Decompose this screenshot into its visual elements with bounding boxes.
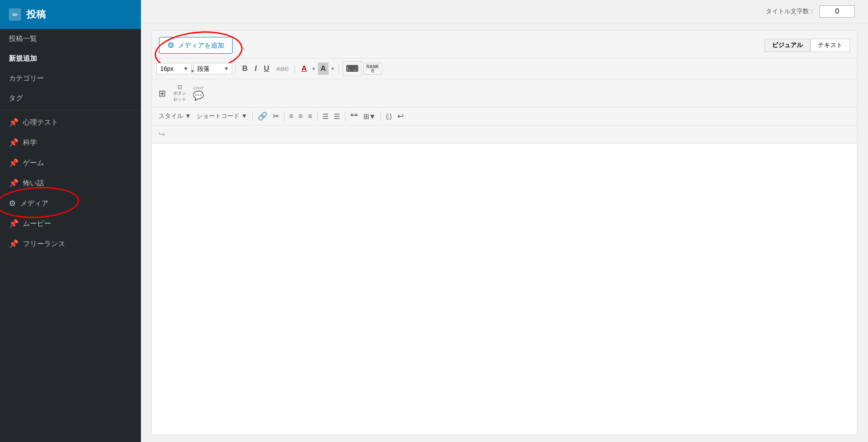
- sidebar-item-label: ゲーム: [23, 158, 44, 168]
- chat-button[interactable]: CHAT 💬: [191, 85, 206, 102]
- sidebar-item-tag[interactable]: タグ: [0, 88, 141, 108]
- rank-icon-button[interactable]: RANK ☰: [363, 63, 382, 75]
- code-button[interactable]: {;}: [384, 111, 394, 122]
- add-media-label: メディアを追加: [178, 41, 224, 50]
- bold-button[interactable]: B: [240, 63, 250, 75]
- redo-button[interactable]: ↪: [156, 128, 167, 141]
- sidebar-item-category[interactable]: カテゴリー: [0, 69, 141, 88]
- toolbar-separator: [380, 111, 381, 121]
- rank-label: RANK: [366, 65, 379, 69]
- text-tab-button[interactable]: テキスト: [810, 39, 850, 52]
- sidebar-item-science[interactable]: 📌 科学: [0, 133, 141, 153]
- title-char-count: 0: [820, 5, 855, 18]
- sidebar-item-label: 怖い話: [23, 179, 44, 188]
- sidebar-item-game[interactable]: 📌 ゲーム: [0, 153, 141, 173]
- toolbar-row1: 16px 8px10px12px14px 18px20px24px28px 36…: [152, 59, 857, 79]
- toolbar-row4: ↪: [152, 125, 857, 144]
- link-button[interactable]: 🔗: [255, 110, 270, 123]
- chat-bubble-icon: 💬: [193, 90, 204, 101]
- toolbar-separator: [252, 111, 253, 121]
- align-center-button[interactable]: ≡: [296, 110, 305, 122]
- style-dropdown-button[interactable]: スタイル ▼: [156, 110, 193, 122]
- visual-tab-button[interactable]: ビジュアル: [765, 39, 810, 52]
- toolbar-separator: [345, 111, 345, 121]
- toolbar-separator: [295, 64, 295, 74]
- editor-area: ⚙ メディアを追加 ビジュアル テキスト 16px 8px10px12px14p…: [151, 30, 857, 435]
- button-icon: ⊡: [177, 84, 182, 90]
- sidebar-item-movie[interactable]: 📌 ムービー: [0, 214, 141, 234]
- chat-label: CHAT: [193, 86, 204, 90]
- format-select[interactable]: 段落 見出し1見出し2見出し3 見出し4見出し5見出し6: [193, 63, 232, 74]
- sidebar-item-label: タグ: [9, 94, 23, 103]
- sidebar-item-psych-test[interactable]: 📌 心理テスト: [0, 112, 141, 133]
- pin-icon: 📌: [9, 118, 18, 127]
- media-settings-icon: ⚙: [9, 199, 16, 208]
- sidebar-item-new-post[interactable]: 新規追加: [0, 49, 141, 69]
- toolbar-separator: [236, 64, 236, 74]
- toolbar-separator: [339, 64, 339, 74]
- toolbar-separator: [317, 111, 318, 121]
- toolbar-row2: ⊞ ⊡ ボタンセット CHAT 💬: [152, 79, 857, 107]
- sidebar-item-label: 新規追加: [9, 54, 37, 63]
- button-set-label: ボタンセット: [173, 90, 186, 103]
- sidebar: ✏ 投稿 投稿一覧 新規追加 カテゴリー タグ 📌 心理テスト 📌 科学 📌 ゲ…: [0, 0, 141, 442]
- sidebar-item-label: カテゴリー: [9, 74, 44, 83]
- media-camera-icon: ⚙: [167, 41, 174, 50]
- blockquote-button[interactable]: ❝❝: [348, 110, 360, 122]
- pin-icon: 📌: [9, 138, 18, 147]
- rank-lines: ☰: [366, 69, 379, 73]
- undo-button[interactable]: ↩: [395, 110, 406, 123]
- sidebar-header: ✏ 投稿: [0, 0, 141, 29]
- table-button[interactable]: ⊞: [156, 86, 168, 100]
- sidebar-item-freelance[interactable]: 📌 フリーランス: [0, 234, 141, 254]
- pin-icon: 📌: [9, 158, 18, 168]
- list-ul-button[interactable]: ☰: [320, 110, 331, 122]
- sidebar-item-label: ムービー: [23, 219, 51, 228]
- sidebar-item-scary-story[interactable]: 📌 怖い話: [0, 173, 141, 193]
- sidebar-item-label: 科学: [23, 138, 37, 147]
- highlight-button[interactable]: A: [318, 63, 329, 75]
- unlink-button[interactable]: ✂: [270, 110, 281, 123]
- main-content: タイトル文字数： 0 ⚙ メディアを追加 ビジュアル テキスト 16px 8px…: [141, 0, 868, 442]
- align-right-button[interactable]: ≡: [306, 110, 314, 122]
- sidebar-item-label: 投稿一覧: [9, 34, 37, 44]
- list-ol-button[interactable]: ☰: [332, 110, 342, 122]
- text-color-arrow[interactable]: ▼: [311, 66, 316, 71]
- strikethrough-button[interactable]: ABC: [273, 64, 291, 74]
- sidebar-title: 投稿: [26, 8, 46, 21]
- italic-button[interactable]: I: [252, 63, 259, 75]
- sidebar-item-label: 心理テスト: [23, 118, 58, 127]
- align-left-button[interactable]: ≡: [287, 110, 295, 122]
- toolbar-row3: スタイル ▼ ショートコード ▼ 🔗 ✂ ≡ ≡ ≡ ☰ ☰ ❝❝ ⊞▼ {;}…: [152, 107, 857, 125]
- wp-icon: ✏: [9, 8, 21, 21]
- format-select-wrapper: 段落 見出し1見出し2見出し3 見出し4見出し5見出し6 ▼: [193, 63, 232, 74]
- highlight-arrow[interactable]: ▼: [330, 66, 335, 71]
- sidebar-item-media[interactable]: ⚙ メディア: [0, 193, 141, 214]
- sidebar-item-post-list[interactable]: 投稿一覧: [0, 29, 141, 49]
- pin-icon: 📌: [9, 219, 18, 228]
- add-media-button[interactable]: ⚙ メディアを追加: [159, 37, 233, 54]
- underline-button[interactable]: U: [261, 63, 272, 75]
- add-media-bar: ⚙ メディアを追加 ビジュアル テキスト: [152, 31, 857, 59]
- sidebar-divider: [0, 110, 141, 110]
- table-dropdown-button[interactable]: ⊞▼: [361, 110, 378, 122]
- font-size-select-wrapper: 16px 8px10px12px14px 18px20px24px28px 36…: [156, 63, 192, 74]
- font-size-select[interactable]: 16px 8px10px12px14px 18px20px24px28px 36…: [156, 63, 192, 74]
- visual-text-tab-group: ビジュアル テキスト: [765, 39, 850, 52]
- sidebar-item-label: メディア: [20, 199, 48, 208]
- pin-icon: 📌: [9, 178, 18, 188]
- top-bar: タイトル文字数： 0: [141, 0, 868, 23]
- toolbar-separator: [284, 111, 284, 121]
- content-area[interactable]: [152, 144, 857, 435]
- sidebar-item-label: フリーランス: [23, 239, 65, 249]
- keyboard-icon-button[interactable]: ⌨: [343, 61, 362, 76]
- button-set-button[interactable]: ⊡ ボタンセット: [171, 82, 188, 104]
- pin-icon: 📌: [9, 239, 18, 249]
- shortcode-dropdown-button[interactable]: ショートコード ▼: [194, 110, 250, 122]
- text-color-button[interactable]: A: [299, 63, 309, 75]
- title-char-label: タイトル文字数：: [766, 7, 815, 15]
